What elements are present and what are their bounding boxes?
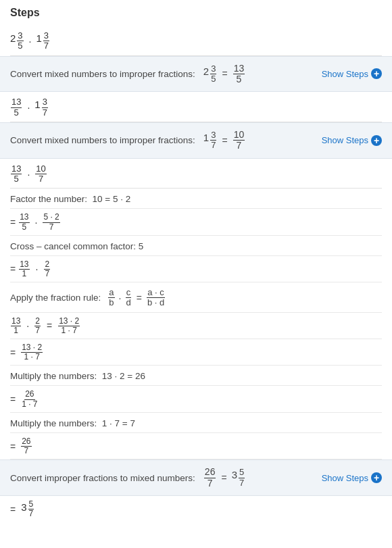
initial-expression: 2 35 · 1 37 [10,26,382,56]
convert-highlight-2: Convert mixed numbers to improper fracti… [0,122,392,159]
plus-icon-1: + [371,68,382,79]
after-convert1-line: 135 · 1 37 [10,92,382,122]
equals-line-3: 131 · 27 = 13 · 21 · 7 [10,313,382,339]
convert-description-2: Convert mixed numbers to improper fracti… [10,130,322,151]
final-answer-line: = 3 57 [10,496,382,526]
convert-highlight-1: Convert mixed numbers to improper fracti… [0,56,392,93]
convert-description-1: Convert mixed numbers to improper fracti… [10,64,322,85]
cross-cancel-step: Cross – cancel common factor: 5 [10,236,382,256]
equals-line-1: = 135 · 5 · 2 7 [10,209,382,235]
convert-highlight-3: Convert improper fractions to mixed numb… [0,459,392,496]
show-steps-button-2[interactable]: Show Steps + [322,135,382,146]
show-steps-button-1[interactable]: Show Steps + [322,68,382,79]
equals-line-5: = 261 · 7 [10,386,382,412]
equals-line-2: = 131 · 27 [10,256,382,282]
mixed-number-2: 1 37 [36,31,50,51]
plus-icon-3: + [371,472,382,483]
multiply-step-2: Multiply the numbers: 1 · 7 = 7 [10,413,382,433]
fraction-rule-step: Apply the fraction rule: ab · cd = a · c… [10,282,382,313]
plus-icon-2: + [371,135,382,146]
mixed-number-1: 2 35 [10,31,24,51]
show-steps-button-3[interactable]: Show Steps + [322,472,382,483]
equals-line-4: = 13 · 21 · 7 [10,339,382,366]
convert-description-3: Convert improper fractions to mixed numb… [10,467,322,489]
convert-text-2: Convert mixed numbers to improper fracti… [10,135,195,145]
multiply-step-1: Multiply the numbers: 13 · 2 = 26 [10,366,382,386]
after-convert2-line: 135 · 107 [10,159,382,189]
page-title: Steps [10,7,382,19]
equals-line-6: = 267 [10,433,382,459]
factor-step: Factor the number: 10 = 5 · 2 [10,189,382,209]
convert-text-1: Convert mixed numbers to improper fracti… [10,69,195,79]
convert-text-3: Convert improper fractions to mixed numb… [10,473,195,483]
